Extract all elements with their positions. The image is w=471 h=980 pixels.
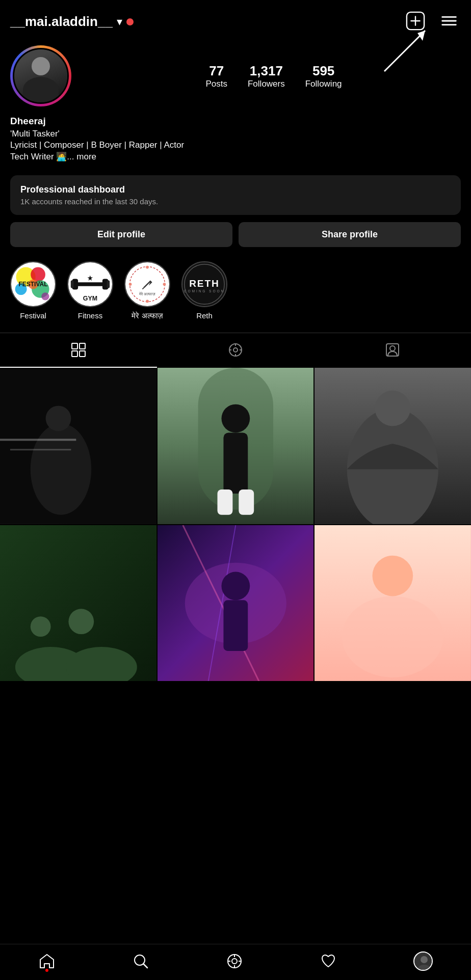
notification-dot [126,18,134,25]
edit-profile-button[interactable]: Edit profile [10,222,232,247]
highlight-fitness[interactable]: GYM Fitness [67,261,113,320]
svg-point-76 [135,955,145,965]
photo-cell-5[interactable] [158,525,314,682]
dropdown-icon[interactable]: ▾ [117,15,122,29]
avatar-image [14,49,67,102]
svg-text:COMING SOON: COMING SOON [184,289,225,293]
tab-grid[interactable] [0,333,157,368]
photo-cell-1[interactable] [0,368,156,524]
tab-bar [0,333,471,368]
highlight-circle-reth: RETH COMING SOON [181,261,227,307]
festival-text: FESTIVAL [18,281,47,288]
profile-top: 77 Posts 1,317 Followers 595 Following [10,45,461,106]
svg-point-50 [46,406,71,431]
followers-label: Followers [248,79,285,89]
highlight-alfaz[interactable]: मेरे अल्फाज़ मेरे अल्फाज़ [124,261,170,320]
svg-rect-72 [223,600,248,651]
followers-count: 1,317 [248,63,285,79]
svg-point-41 [233,348,238,352]
svg-point-27 [163,283,166,286]
svg-rect-52 [10,449,71,450]
share-profile-button[interactable]: Share profile [239,222,461,247]
nav-profile[interactable] [413,951,433,971]
nav-reels[interactable] [226,952,243,970]
add-content-button[interactable] [404,9,427,34]
highlight-reth[interactable]: RETH COMING SOON Reth [181,261,227,320]
svg-rect-18 [71,280,74,288]
photo-cell-2[interactable] [158,368,314,524]
highlight-label-festival: Festival [20,311,46,320]
svg-rect-58 [239,489,254,515]
svg-point-13 [41,292,49,300]
avatar-ring [10,45,71,106]
menu-button[interactable] [437,9,461,34]
svg-point-26 [129,283,132,286]
profile-name: Dheeraj [10,116,461,127]
gym-bg: GYM [68,262,112,306]
profile-section: 77 Posts 1,317 Followers 595 Following [0,40,471,106]
svg-point-25 [146,300,149,303]
svg-point-75 [373,555,413,596]
svg-rect-56 [223,432,248,493]
bio-more: Tech Writer 🧑‍💻... more [10,151,461,162]
reth-bg: RETH COMING SOON [182,262,226,306]
svg-rect-37 [80,343,85,349]
svg-point-65 [31,616,51,637]
festival-bg: FESTIVAL [11,262,55,306]
following-label: Following [305,79,342,89]
avatar[interactable] [10,45,71,106]
svg-rect-51 [0,439,76,441]
svg-point-55 [221,404,250,433]
followers-stat[interactable]: 1,317 Followers [248,63,285,89]
tab-reels[interactable] [157,333,314,368]
posts-label: Posts [205,79,227,89]
svg-text:RETH: RETH [189,278,220,289]
header-icons [404,9,461,34]
svg-point-79 [232,959,237,964]
bio-section: Dheeraj 'Multi Tasker' Lyricist | Compos… [0,116,471,169]
photo-grid [0,368,471,681]
bottom-navigation [0,944,471,980]
following-count: 595 [305,63,342,79]
svg-point-61 [375,391,411,426]
tab-tagged[interactable] [314,333,471,368]
svg-text:GYM: GYM [83,295,97,302]
pro-dashboard-title: Professional dashboard [20,184,451,195]
profile-tagline: 'Multi Tasker' [10,129,461,139]
highlight-label-alfaz: मेरे अल्फाज़ [132,311,163,320]
highlight-label-reth: Reth [196,311,213,320]
nav-likes[interactable] [320,952,337,970]
svg-point-47 [390,346,395,351]
svg-point-66 [68,609,94,634]
username[interactable]: __mai.aladdin__ [10,14,113,30]
nav-search[interactable] [132,952,149,970]
highlight-circle-alfaz: मेरे अल्फाज़ [124,261,170,307]
nav-home[interactable] [38,952,56,970]
photo-cell-6[interactable] [315,525,471,682]
following-stat[interactable]: 595 Following [305,63,342,89]
svg-rect-38 [72,351,77,357]
svg-rect-39 [80,351,85,357]
svg-text:मेरे अल्फाज़: मेरे अल्फाज़ [139,291,155,296]
action-buttons: Edit profile Share profile [10,222,461,247]
svg-point-24 [146,266,149,269]
posts-stat[interactable]: 77 Posts [205,63,227,89]
pro-dashboard-subtitle: 1K accounts reached in the last 30 days. [20,197,451,206]
bio-more-text: Tech Writer 🧑‍💻... more [10,151,96,162]
svg-point-49 [31,424,91,515]
profile-avatar-thumb [413,951,433,971]
home-notification-dot [45,969,48,972]
avatar-inner [13,48,69,104]
svg-point-74 [342,596,443,677]
header-left: __mai.aladdin__ ▾ [10,14,134,30]
highlight-label-fitness: Fitness [78,311,102,320]
highlight-festival[interactable]: FESTIVAL Festival [10,261,56,320]
profile-roles: Lyricist | Composer | B Boyer | Rapper |… [10,140,461,150]
professional-dashboard[interactable]: Professional dashboard 1K accounts reach… [10,175,461,215]
photo-cell-3[interactable] [315,368,471,524]
profile-stats: 77 Posts 1,317 Followers 595 Following [87,63,461,89]
svg-rect-19 [107,280,110,288]
alfaz-bg: मेरे अल्फाज़ [125,262,169,306]
svg-line-77 [144,964,147,968]
photo-cell-4[interactable] [0,525,156,682]
